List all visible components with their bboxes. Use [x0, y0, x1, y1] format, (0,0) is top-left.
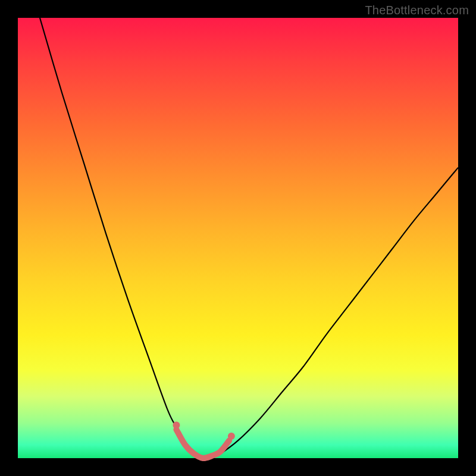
watermark-text: TheBottleneck.com: [365, 4, 469, 17]
marker-dot-left: [173, 422, 180, 429]
chart-svg: [18, 18, 458, 458]
plot-area: [18, 18, 458, 458]
marker-band: [176, 430, 229, 458]
outer-frame: TheBottleneck.com: [0, 0, 476, 476]
bottleneck-curve: [40, 18, 458, 459]
marker-dot-right: [228, 433, 235, 440]
